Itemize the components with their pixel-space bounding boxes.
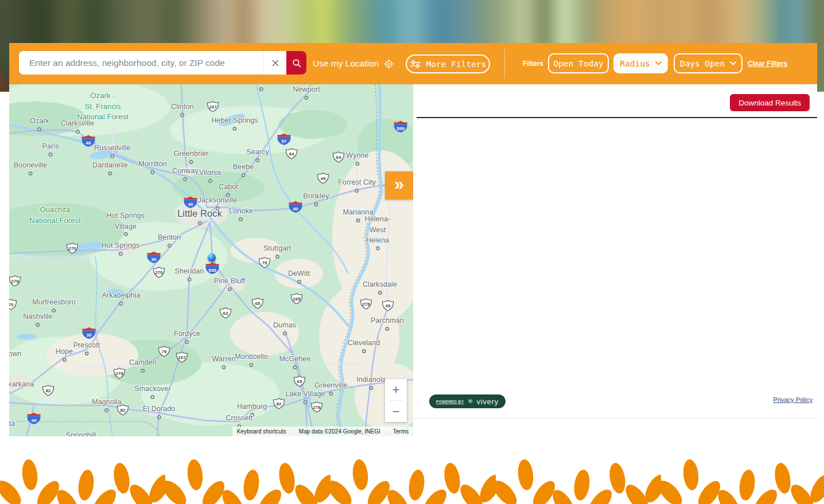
chevron-down-icon [730,61,736,65]
double-chevron-right-icon: » [394,174,404,194]
keyboard-shortcuts-link[interactable]: Keyboard shortcuts [237,428,286,435]
open-today-label: Open Today [553,59,603,68]
powered-by-vivery-badge[interactable]: POWERED BY ✳ vivery [429,394,506,408]
search-icon [291,58,302,68]
filter-sliders-icon [410,60,421,69]
open-today-filter-button[interactable]: Open Today [548,53,609,73]
terms-link[interactable]: Terms [393,428,409,435]
map-data-text: Map data ©2024 Google, INEGI [299,428,380,435]
vivery-brand-label: vivery [476,397,498,406]
use-my-location-label: Use my Location [313,58,379,69]
decorative-petal-band [0,453,824,504]
zoom-out-button[interactable]: − [385,401,407,422]
clear-search-button[interactable] [263,51,286,75]
chevron-down-icon [655,61,662,65]
radius-label: Radius [620,59,650,68]
page: Use my Location More Filters Filters Ope… [0,0,824,504]
privacy-policy-link[interactable]: Privacy Policy [774,396,813,403]
petal-pattern [0,453,824,504]
map-canvas[interactable]: Batesville Newport Clinton Heber Springs… [9,84,413,436]
location-target-icon [384,59,394,69]
map-attribution: Keyboard shortcuts Map data ©2024 Google… [232,427,413,436]
toolbar-divider [504,49,505,79]
clear-filters-link[interactable]: Clear Filters [748,43,787,84]
use-my-location-button[interactable]: Use my Location [313,43,394,84]
zoom-in-button[interactable]: + [385,379,407,400]
map-marker[interactable] [208,253,216,261]
close-icon [271,59,279,67]
results-divider [417,117,817,118]
search-toolbar: Use my Location More Filters Filters Ope… [9,43,817,84]
days-open-label: Days Open [680,59,725,68]
powered-by-label: POWERED BY [436,400,464,404]
download-results-button[interactable]: Download Results [730,94,810,111]
vivery-flower-icon: ✳ [467,397,473,405]
search-button[interactable] [286,51,306,75]
filters-label: Filters [523,43,543,84]
collapse-panel-button[interactable]: » [385,171,413,200]
search-bar [19,51,306,75]
map-zoom-control: + − [385,379,407,422]
results-panel: Download Results POWERED BY ✳ vivery Pri… [413,84,817,419]
days-open-filter-button[interactable]: Days Open [674,53,743,73]
radius-filter-button[interactable]: Radius [613,53,668,73]
more-filters-label: More Filters [426,60,487,69]
more-filters-button[interactable]: More Filters [406,54,490,73]
search-input[interactable] [19,51,263,75]
